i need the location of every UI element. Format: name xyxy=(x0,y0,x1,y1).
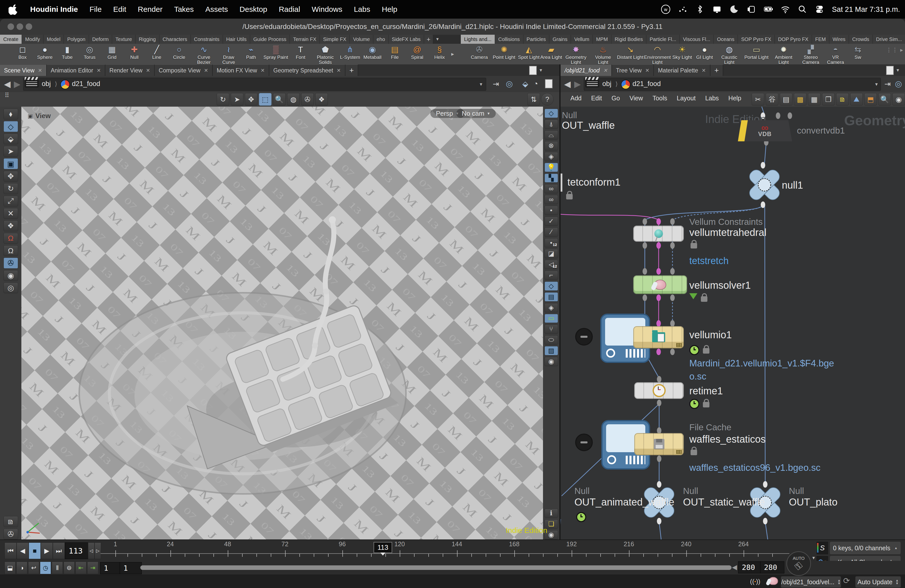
node-label[interactable]: vellumtetrahedral xyxy=(689,227,767,238)
shelf-tab-collisions[interactable]: Collisions xyxy=(495,35,523,44)
lights-off-toggle[interactable]: ⊗ xyxy=(545,141,558,150)
shelf-tool-file[interactable]: ▤File xyxy=(384,44,406,60)
shelf-grip-handle[interactable]: ⋮⋮ ▸ xyxy=(886,47,903,53)
shelf-tab-polygon[interactable]: Polygon xyxy=(64,35,89,44)
render-view-tool[interactable]: ◉ xyxy=(3,270,18,281)
node-out-waffle[interactable]: OUT_waffle xyxy=(562,120,614,131)
shelf-tab-sidefx-labs[interactable]: SideFX Labs xyxy=(389,35,424,44)
range-start-field[interactable]: 1 xyxy=(100,562,122,574)
menu-help[interactable]: Help xyxy=(382,5,397,14)
collapse-ring-button[interactable] xyxy=(575,328,593,346)
point-slash-toggle[interactable]: ∕ xyxy=(545,227,558,237)
panel-cursor-icon[interactable]: ⬓ xyxy=(5,562,16,574)
stop-button[interactable]: ■ xyxy=(29,542,41,559)
add-pane-tab-button[interactable]: + xyxy=(345,64,359,76)
mask-ellipse-toggle[interactable]: ⬭ xyxy=(545,335,558,345)
gallery-box-icon[interactable]: ⬒ xyxy=(864,93,877,106)
shelf-tool-l-system[interactable]: ⋔L-System xyxy=(339,44,361,60)
refresh-icon[interactable]: ⟳ xyxy=(843,576,850,585)
node-label[interactable]: waffles_estaticos xyxy=(689,434,766,445)
menu-render[interactable]: Render xyxy=(138,5,162,14)
stage-manager-icon[interactable] xyxy=(746,5,756,14)
display-icon[interactable] xyxy=(712,5,722,14)
shelf-tab-particles[interactable]: Particles xyxy=(523,35,549,44)
battery-icon[interactable] xyxy=(764,5,773,14)
input-port[interactable] xyxy=(776,113,780,119)
output-port[interactable] xyxy=(656,348,661,355)
camera-view-tool[interactable]: ✇ xyxy=(3,257,18,269)
transform-handles-tool[interactable]: ✥ xyxy=(245,93,257,106)
scale-tool[interactable]: ⤢ xyxy=(3,195,18,207)
node-label[interactable]: tetconform1 xyxy=(567,176,621,188)
node-label[interactable]: OUT_static_waffle xyxy=(683,496,765,508)
tick-ruler-icon[interactable]: ⫴ xyxy=(52,562,63,574)
stereo-glasses-a-toggle[interactable]: ∞ xyxy=(545,184,558,194)
collapse-ring-button[interactable] xyxy=(575,434,593,451)
prev-key-button[interactable]: ◁ xyxy=(88,542,95,559)
shelf-tab-eho[interactable]: eho xyxy=(373,35,388,44)
node-label[interactable]: vellumio1 xyxy=(689,329,732,340)
snap-magnet-toggle[interactable]: Ω xyxy=(3,233,18,244)
pane-tab-motion-fx-view[interactable]: Motion FX View✕ xyxy=(213,64,269,76)
view-layout-quad[interactable]: ◇ xyxy=(3,121,18,132)
play-button[interactable]: ▶ xyxy=(41,542,53,559)
range-substart-field[interactable]: 1 xyxy=(120,562,142,574)
shelf-tool-sphere[interactable]: ●Sphere xyxy=(34,44,56,60)
shelf-tool-torus[interactable]: ◎Torus xyxy=(78,44,101,60)
bulb-light-toggle[interactable]: 💡 xyxy=(545,163,558,172)
network-editor[interactable]: Indie Edition Geometry Null OUT_waffle ∞… xyxy=(560,106,905,539)
pane-menu-chevron-icon[interactable]: ▼ xyxy=(896,68,900,73)
pane-tab-scene-view[interactable]: Scene View✕ xyxy=(0,64,47,76)
shelf-tool-camera[interactable]: ✇Camera xyxy=(468,44,491,60)
prim-numbers-toggle[interactable]: ◁12 xyxy=(545,260,558,269)
pane-menu-chevron-icon[interactable]: ▼ xyxy=(539,68,543,73)
moon-icon[interactable] xyxy=(729,5,739,14)
step-back-button[interactable]: ◀ xyxy=(17,542,29,559)
node-tetstretch-link[interactable]: tetstretch xyxy=(689,256,729,266)
close-tab-icon[interactable]: ✕ xyxy=(603,67,607,73)
network-menu-tools[interactable]: Tools xyxy=(648,95,672,102)
close-tab-icon[interactable]: ✕ xyxy=(97,67,101,73)
render-region-tool[interactable]: ◍ xyxy=(287,93,300,106)
reference-plane-toggle[interactable]: ◇ xyxy=(545,109,558,118)
thumbnail-grid-icon[interactable]: ▦ xyxy=(808,93,821,106)
node-label[interactable]: OUT_animated_waffle xyxy=(575,496,674,508)
selection-sphere-icon[interactable]: ◔ xyxy=(533,79,538,88)
pane-tab-composite-view[interactable]: Composite View✕ xyxy=(155,64,213,76)
timeline-ruler[interactable]: 124487296120144168192216240264113 xyxy=(100,540,789,561)
shelf-tab-fem[interactable]: FEM xyxy=(812,35,829,44)
input-port[interactable] xyxy=(656,268,661,275)
shelf-tool-ambient-light[interactable]: ✹Ambient Light xyxy=(770,44,797,65)
texture-uv-toggle[interactable]: ▤ xyxy=(545,292,558,302)
range-subend-field[interactable]: 280 xyxy=(760,561,784,574)
shelf-tab-hair-utils[interactable]: Hair Utils xyxy=(223,35,250,44)
shelf-tab-create[interactable]: Create xyxy=(0,35,22,44)
output-port[interactable] xyxy=(656,294,661,301)
list-columns-icon[interactable]: ▤ xyxy=(780,93,792,106)
path-dropdown-icon[interactable]: ▼ xyxy=(479,82,483,87)
realtime-clock-icon[interactable]: ◷ xyxy=(40,562,51,574)
shelf-tab-drive-sim[interactable]: Drive Sim... xyxy=(873,35,905,44)
breadcrumb-root[interactable]: obj xyxy=(602,80,611,88)
range-start-icon[interactable]: ⇤ xyxy=(75,562,86,574)
menu-edit[interactable]: Edit xyxy=(113,5,126,14)
shelf-tab-lights-and[interactable]: Lights and... xyxy=(461,35,495,44)
group-list-toggle[interactable]: ▭ xyxy=(545,314,558,323)
film-reel-tool[interactable]: ✇ xyxy=(3,529,18,539)
notes-tool[interactable]: 🗈 xyxy=(3,516,18,527)
shelf-tool-spiral[interactable]: @Spiral xyxy=(406,44,429,60)
back-arrow-icon[interactable]: ◀ xyxy=(4,79,11,89)
menu-file[interactable]: File xyxy=(89,5,102,14)
sticky-notes-icon[interactable]: 🗈 xyxy=(836,93,849,106)
spotlight-icon[interactable] xyxy=(798,5,807,14)
range-slider-end-icon[interactable]: ◀ xyxy=(732,563,737,571)
update-mode-selector[interactable]: Auto Update▲▼ xyxy=(855,576,901,588)
shelf-tool-tube[interactable]: ▮Tube xyxy=(56,44,78,60)
output-port[interactable] xyxy=(643,294,647,301)
stereo-glasses-b-toggle[interactable]: ∞ xyxy=(545,195,558,204)
shelf-tab-dop-pyro-fx[interactable]: DOP Pyro FX xyxy=(775,35,812,44)
network-menu-layout[interactable]: Layout xyxy=(672,95,700,102)
shelf-tool-draw-curve[interactable]: ≀Draw Curve xyxy=(218,44,240,65)
obj-context-icon[interactable] xyxy=(25,77,39,87)
shelf-tab-viscous-fl[interactable]: Viscous Fl... xyxy=(680,35,714,44)
